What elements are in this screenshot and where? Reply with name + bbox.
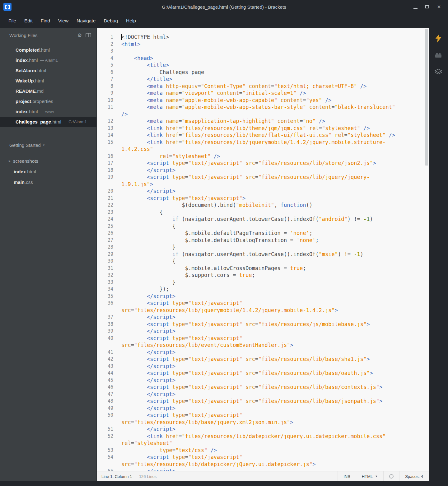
- code-line-16[interactable]: 16 rel="stylesheet" />: [97, 153, 429, 160]
- menu-file[interactable]: File: [4, 18, 20, 24]
- code-line-26[interactable]: 26 $.mobile.defaultPageTransition = 'non…: [97, 230, 429, 237]
- code-line-13[interactable]: 13 <link href="files/resources/lib/theme…: [97, 125, 429, 132]
- code-line-21[interactable]: 21 <script type="text/javascript">: [97, 195, 429, 202]
- maximize-button[interactable]: [421, 2, 433, 12]
- code-line-24[interactable]: 24 if (navigator.userAgent.toLowerCase()…: [97, 216, 429, 223]
- code-line-40[interactable]: 40 <script type="text/javascript" src="f…: [97, 335, 429, 349]
- working-file-item[interactable]: Completed.html: [0, 45, 96, 55]
- code-line-22[interactable]: 22 $(document).bind("mobileinit", functi…: [97, 202, 429, 209]
- code-line-23[interactable]: 23 {: [97, 209, 429, 216]
- menu-help[interactable]: Help: [122, 18, 140, 24]
- code-line-51[interactable]: 51 </script>: [97, 426, 429, 433]
- menu-edit[interactable]: Edit: [20, 18, 37, 24]
- working-file-item[interactable]: Challeges_page.html— G:/Alarm1: [0, 117, 96, 127]
- extension-manager-icon[interactable]: [433, 50, 444, 60]
- menu-find[interactable]: Find: [37, 18, 54, 24]
- working-file-item[interactable]: WakeUp.html: [0, 76, 96, 86]
- working-file-item[interactable]: index.html— Alarm1: [0, 55, 96, 65]
- code-line-25[interactable]: 25 {: [97, 223, 429, 230]
- code-line-4[interactable]: 4 <head>: [97, 55, 429, 62]
- minimize-button[interactable]: [409, 2, 421, 12]
- working-file-item[interactable]: README.md: [0, 86, 96, 96]
- tree-folder-screenshots[interactable]: ▸screenshots: [0, 156, 96, 166]
- working-file-item[interactable]: SetAlarm.html: [0, 65, 96, 76]
- code-line-2[interactable]: 2<html>: [97, 41, 429, 48]
- working-file-item[interactable]: index.html— www: [0, 106, 96, 117]
- editor-scrollbar[interactable]: [425, 29, 428, 470]
- code-line-53[interactable]: 53 type="text/css" />: [97, 447, 429, 454]
- menu-view[interactable]: View: [54, 18, 72, 24]
- folder-arrow-icon[interactable]: ▸: [9, 159, 11, 163]
- code-line-31[interactable]: 31 $.mobile.allowCrossDomainPages = true…: [97, 265, 429, 272]
- layers-icon[interactable]: [433, 67, 444, 77]
- gear-icon[interactable]: ⚙: [75, 31, 84, 39]
- code-line-8[interactable]: 8 <meta http-equiv="Content-Type" conten…: [97, 83, 429, 90]
- menu-debug[interactable]: Debug: [100, 18, 122, 24]
- code-line-52[interactable]: 52 <link href="files/resources/lib/datep…: [97, 433, 429, 447]
- code-line-55[interactable]: 55 </script>: [97, 468, 429, 471]
- line-number: 27: [97, 237, 116, 244]
- code-line-43[interactable]: 43 </script>: [97, 363, 429, 370]
- tree-file-index.html[interactable]: index.html: [0, 166, 96, 177]
- code-line-41[interactable]: 41 </script>: [97, 349, 429, 356]
- code-line-10[interactable]: 10 <meta name="apple-mobile-web-app-capa…: [97, 97, 429, 104]
- code-line-7[interactable]: 7 </title>: [97, 76, 429, 83]
- code-line-46[interactable]: 46 <script type="text/javascript" src="f…: [97, 384, 429, 391]
- code-line-5[interactable]: 5 <title>: [97, 62, 429, 69]
- tree-file-main.css[interactable]: main.css: [0, 177, 96, 187]
- code-line-11[interactable]: 11 <meta name="apple-mobile-web-app-stat…: [97, 104, 429, 118]
- code-line-47[interactable]: 47 </script>: [97, 391, 429, 398]
- live-preview-icon[interactable]: [433, 33, 444, 44]
- close-button[interactable]: ✕: [433, 2, 445, 12]
- code-line-45[interactable]: 45 </script>: [97, 377, 429, 384]
- code-line-20[interactable]: 20 </script>: [97, 188, 429, 195]
- code-line-37[interactable]: 37 </script>: [97, 314, 429, 321]
- code-line-44[interactable]: 44 <script type="text/javascript" src="f…: [97, 370, 429, 377]
- code-line-32[interactable]: 32 $.support.cors = true;: [97, 272, 429, 279]
- indent-settings[interactable]: Spaces: 4: [399, 471, 429, 481]
- code-line-35[interactable]: 35 </script>: [97, 293, 429, 300]
- code-line-15[interactable]: 15 <link href="files/resources/lib/jquer…: [97, 139, 429, 153]
- code-line-39[interactable]: 39 </script>: [97, 328, 429, 335]
- code-line-19[interactable]: 19 <script type="text/javascript" src="f…: [97, 174, 429, 188]
- code-line-14[interactable]: 14 <link href="files/resources/lib/theme…: [97, 132, 429, 139]
- code-line-42[interactable]: 42 <script type="text/javascript" src="f…: [97, 356, 429, 363]
- code-line-36[interactable]: 36 <script type="text/javascript" src="f…: [97, 300, 429, 314]
- working-file-item[interactable]: project.properties: [0, 96, 96, 106]
- cursor-position: Line 1, Column 1: [101, 474, 132, 479]
- code-line-3[interactable]: 3: [97, 48, 429, 55]
- language-selector[interactable]: HTML ▼: [356, 471, 383, 481]
- menu-navigate[interactable]: Navigate: [72, 18, 100, 24]
- code-line-50[interactable]: 50 <script type="text/javascript" src="f…: [97, 412, 429, 426]
- line-number: 24: [97, 216, 116, 223]
- project-switcher[interactable]: Getting Started ▾: [0, 139, 96, 151]
- line-number: 42: [97, 356, 116, 363]
- code-line-1[interactable]: 1<!DOCTYPE html>: [97, 34, 429, 41]
- line-number: 31: [97, 265, 116, 272]
- code-line-30[interactable]: 30 {: [97, 258, 429, 265]
- code-line-34[interactable]: 34 });: [97, 286, 429, 293]
- line-number: 44: [97, 370, 116, 377]
- code-line-6[interactable]: 6 Challeges_page: [97, 69, 429, 76]
- line-number: 54: [97, 454, 116, 461]
- code-line-18[interactable]: 18 </script>: [97, 167, 429, 174]
- split-view-icon[interactable]: [84, 31, 93, 39]
- code-line-33[interactable]: 33 }: [97, 279, 429, 286]
- code-lines: 1<!DOCTYPE html>2<html>34 <head>5 <title…: [97, 34, 429, 471]
- code-line-54[interactable]: 54 <script type="text/javascript" src="f…: [97, 454, 429, 468]
- code-line-48[interactable]: 48 <script type="text/javascript" src="f…: [97, 398, 429, 405]
- code-line-17[interactable]: 17 <script type="text/javascript" src="f…: [97, 160, 429, 167]
- code-line-12[interactable]: 12 <meta name="msapplication-tap-highlig…: [97, 118, 429, 125]
- code-line-38[interactable]: 38 <script type="text/javascript" src="f…: [97, 321, 429, 328]
- code-line-49[interactable]: 49 </script>: [97, 405, 429, 412]
- code-editor[interactable]: 1<!DOCTYPE html>2<html>34 <head>5 <title…: [97, 28, 429, 471]
- code-line-9[interactable]: 9 <meta name="viewport" content="initial…: [97, 90, 429, 97]
- lint-status[interactable]: [383, 471, 399, 481]
- line-number: 25: [97, 223, 116, 230]
- project-tree: ▸screenshotsindex.htmlmain.css: [0, 151, 96, 187]
- overwrite-indicator[interactable]: INS: [338, 471, 356, 481]
- code-line-28[interactable]: 28 }: [97, 244, 429, 251]
- code-line-29[interactable]: 29 if (navigator.userAgent.toLowerCase()…: [97, 251, 429, 258]
- code-line-27[interactable]: 27 $.mobile.defaultDialogTransition = 'n…: [97, 237, 429, 244]
- scrollbar-thumb[interactable]: [425, 29, 428, 166]
